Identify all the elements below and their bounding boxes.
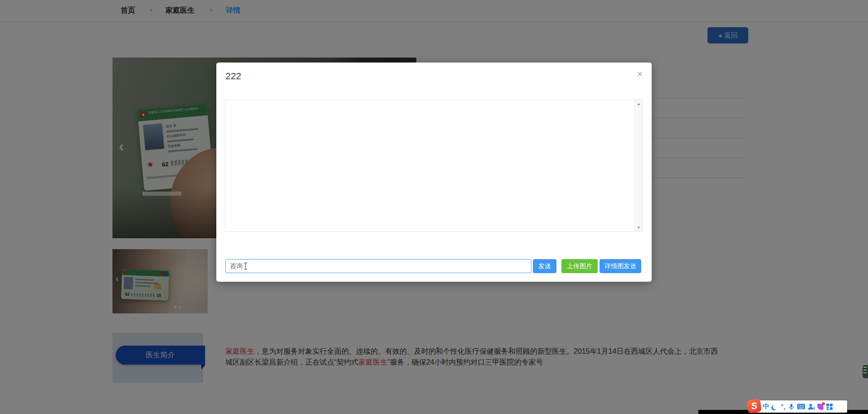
chat-input-value: 咨询	[230, 262, 243, 270]
punctuation-icon[interactable]: °,	[781, 403, 785, 410]
scroll-down-button[interactable]: ▼	[635, 224, 643, 231]
send-button[interactable]: 发送	[533, 259, 556, 273]
edge-widget[interactable]	[863, 365, 868, 378]
skin-badge: 16	[812, 407, 815, 410]
hot-news-icon[interactable]	[817, 404, 824, 410]
detail-image-send-button[interactable]: 详情图发送	[600, 259, 641, 273]
microphone-icon[interactable]	[788, 403, 795, 410]
close-icon[interactable]: ×	[637, 69, 643, 78]
ime-toolbar: S 中 °, 16	[754, 400, 847, 413]
chat-modal: 222 × ▲ ▼ 咨询 发送 上传图片 详情图发送	[216, 63, 652, 282]
skin-profile-icon[interactable]: 16	[808, 403, 814, 410]
text-cursor-icon	[245, 263, 246, 270]
chinese-mode-icon[interactable]: 中	[763, 403, 769, 411]
message-area: ▲ ▼	[225, 100, 643, 232]
keyboard-icon[interactable]	[797, 404, 805, 409]
scrollbar[interactable]: ▲ ▼	[634, 100, 642, 231]
modal-title: 222	[225, 71, 241, 82]
moon-icon[interactable]	[772, 404, 778, 409]
toolbox-grid-icon[interactable]	[826, 404, 833, 410]
chat-input[interactable]: 咨询	[225, 259, 532, 273]
scroll-up-button[interactable]: ▲	[635, 100, 643, 108]
sogou-logo-icon[interactable]: S	[746, 399, 762, 414]
upload-image-button[interactable]: 上传图片	[561, 259, 598, 273]
